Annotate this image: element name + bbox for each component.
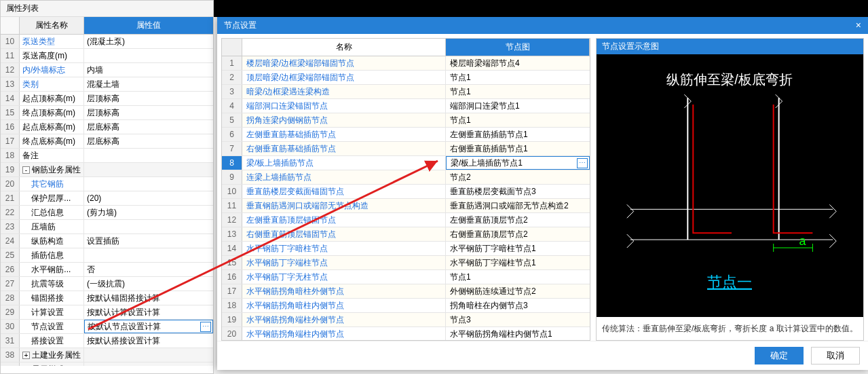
property-row[interactable]: 15终点顶标高(m)层顶标高 (1, 106, 213, 120)
node-row[interactable]: 8梁/板上墙插筋节点梁/板上墙插筋节点1⋯ (222, 156, 590, 170)
property-value[interactable] (84, 49, 213, 62)
node-map[interactable]: 外侧钢筋连续通过节点2 (446, 284, 590, 298)
property-value[interactable] (84, 220, 213, 233)
property-row[interactable]: 23 压墙筋 (1, 220, 213, 234)
node-grid[interactable]: 名称 节点图 1楼层暗梁/边框梁端部锚固节点楼层暗梁端部节点42顶层暗梁/边框梁… (221, 38, 590, 341)
property-value[interactable]: 层底标高 (84, 120, 213, 134)
property-value[interactable]: 内墙 (84, 63, 213, 77)
property-value[interactable]: 设置插筋 (84, 234, 213, 248)
property-row[interactable]: 14起点顶标高(m)层顶标高 (1, 92, 213, 106)
node-map[interactable]: 垂直筋遇洞口或端部无节点构造2 (446, 199, 590, 212)
node-map[interactable]: 节点3 (446, 313, 590, 326)
node-map[interactable]: 左侧垂直筋插筋节点1 (446, 128, 590, 141)
property-row[interactable]: 39+显示样式 (1, 362, 213, 366)
property-row[interactable]: 30 节点设置按默认节点设置计算⋯ (1, 320, 213, 334)
property-row[interactable]: 18备注 (1, 149, 213, 163)
node-row[interactable]: 9连梁上墙插筋节点节点2 (222, 170, 590, 185)
property-row[interactable]: 25 插筋信息 (1, 248, 213, 263)
node-row[interactable]: 14水平钢筋丁字暗柱节点水平钢筋丁字暗柱节点1 (222, 242, 590, 256)
node-row[interactable]: 16水平钢筋丁字无柱节点节点1 (222, 270, 590, 284)
property-row[interactable]: 11泵送高度(m) (1, 49, 213, 63)
node-row[interactable]: 4端部洞口连梁锚固节点端部洞口连梁节点1 (222, 99, 590, 113)
property-value[interactable] (84, 163, 213, 176)
node-row[interactable]: 18水平钢筋拐角暗柱内侧节点拐角暗柱在内侧节点3 (222, 299, 590, 313)
property-value[interactable]: (剪力墙) (84, 206, 213, 219)
property-row[interactable]: 20 其它钢筋 (1, 177, 213, 191)
property-value[interactable]: (20) (84, 191, 213, 205)
node-map[interactable]: 节点1 (446, 113, 590, 127)
node-map[interactable]: 右侧垂直筋插筋节点1 (446, 142, 590, 155)
property-value[interactable] (84, 248, 213, 262)
node-map[interactable]: 节点1 (446, 71, 590, 84)
property-row[interactable]: 12内/外墙标志内墙 (1, 63, 213, 77)
node-map[interactable]: 节点1 (446, 85, 590, 98)
cad-background (214, 0, 868, 17)
node-map[interactable]: 拐角暗柱在内侧节点3 (446, 299, 590, 312)
node-map[interactable]: 左侧垂直筋顶层节点2 (446, 213, 590, 227)
node-row[interactable]: 11垂直钢筋遇洞口或端部无节点构造垂直筋遇洞口或端部无节点构造2 (222, 199, 590, 213)
property-row[interactable]: 38+土建业务属性 (1, 348, 213, 362)
property-value[interactable]: 层顶标高 (84, 106, 213, 119)
node-preview: 节点设置示意图 纵筋伸至梁/板底弯折 (596, 38, 864, 341)
property-value[interactable]: (混凝土泵) (84, 35, 213, 48)
cancel-button[interactable]: 取消 (811, 347, 860, 364)
node-map[interactable]: 端部洞口连梁节点1 (446, 99, 590, 113)
property-row[interactable]: 27 抗震等级(一级抗震) (1, 277, 213, 291)
node-map[interactable]: 梁/板上墙插筋节点1⋯ (446, 156, 590, 170)
property-row[interactable]: 28 锚固搭接按默认锚固搭接计算 (1, 291, 213, 305)
node-map[interactable]: 右侧垂直筋顶层节点2 (446, 227, 590, 241)
property-row[interactable]: 19-钢筋业务属性 (1, 163, 213, 177)
node-row[interactable]: 13右侧垂直筋顶层锚固节点右侧垂直筋顶层节点2 (222, 227, 590, 242)
property-value[interactable]: (一级抗震) (84, 277, 213, 291)
node-row[interactable]: 6左侧垂直筋基础插筋节点左侧垂直筋插筋节点1 (222, 128, 590, 142)
property-rows[interactable]: 10泵送类型(混凝土泵)11泵送高度(m)12内/外墙标志内墙13类别混凝土墙1… (1, 35, 213, 366)
ellipsis-button[interactable]: ⋯ (577, 158, 588, 168)
node-row[interactable]: 7右侧垂直筋基础插筋节点右侧垂直筋插筋节点1 (222, 142, 590, 156)
property-value[interactable]: 按默认计算设置计算 (84, 305, 213, 319)
ok-button[interactable]: 确定 (755, 347, 804, 364)
property-row[interactable]: 16起点底标高(m)层底标高 (1, 120, 213, 134)
node-map[interactable]: 垂直筋楼层变截面节点3 (446, 185, 590, 198)
property-value[interactable] (84, 177, 213, 191)
node-row[interactable]: 15水平钢筋丁字端柱节点水平钢筋丁字端柱节点1 (222, 256, 590, 270)
node-row[interactable]: 10垂直筋楼层变截面锚固节点垂直筋楼层变截面节点3 (222, 185, 590, 199)
property-row[interactable]: 21 保护层厚...(20) (1, 191, 213, 206)
property-value[interactable]: 按默认搭接设置计算 (84, 334, 213, 348)
node-row[interactable]: 12左侧垂直筋顶层锚固节点左侧垂直筋顶层节点2 (222, 213, 590, 227)
property-value[interactable]: 否 (84, 263, 213, 276)
property-value[interactable]: 按默认锚固搭接计算 (84, 291, 213, 305)
property-row[interactable]: 29 计算设置按默认计算设置计算 (1, 305, 213, 320)
ellipsis-button[interactable]: ⋯ (200, 322, 211, 332)
property-row[interactable]: 22 汇总信息(剪力墙) (1, 206, 213, 220)
node-map[interactable]: 节点1 (446, 270, 590, 284)
node-row[interactable]: 5拐角连梁内侧钢筋节点节点1 (222, 113, 590, 128)
property-value[interactable] (84, 149, 213, 162)
property-row[interactable]: 24 纵筋构造设置插筋 (1, 234, 213, 248)
node-map[interactable]: 楼层暗梁端部节点4 (446, 56, 590, 70)
property-value[interactable]: 层底标高 (84, 134, 213, 148)
close-icon[interactable]: × (856, 20, 861, 31)
dialog-titlebar[interactable]: 节点设置 × (217, 17, 868, 34)
node-map[interactable]: 节点2 (446, 170, 590, 184)
node-map[interactable]: 水平钢筋丁字暗柱节点1 (446, 242, 590, 255)
expander-icon[interactable]: - (22, 166, 30, 174)
node-row[interactable]: 17水平钢筋拐角暗柱外侧节点外侧钢筋连续通过节点2 (222, 284, 590, 299)
property-value[interactable]: 混凝土墙 (84, 77, 213, 91)
node-row[interactable]: 20水平钢筋拐角端柱内侧节点水平钢筋拐角端柱内侧节点1 (222, 327, 590, 341)
property-value[interactable] (84, 348, 213, 362)
node-map[interactable]: 水平钢筋拐角端柱内侧节点1 (446, 327, 590, 341)
property-value[interactable]: 层顶标高 (84, 92, 213, 105)
property-row[interactable]: 26 水平钢筋...否 (1, 263, 213, 277)
node-row[interactable]: 1楼层暗梁/边框梁端部锚固节点楼层暗梁端部节点4 (222, 56, 590, 71)
property-value[interactable] (84, 362, 213, 366)
property-row[interactable]: 13类别混凝土墙 (1, 77, 213, 92)
node-row[interactable]: 19水平钢筋拐角端柱外侧节点节点3 (222, 313, 590, 327)
property-value[interactable]: 按默认节点设置计算⋯ (84, 320, 213, 333)
node-row[interactable]: 3暗梁/边框梁遇连梁构造节点1 (222, 85, 590, 99)
property-row[interactable]: 10泵送类型(混凝土泵) (1, 35, 213, 49)
node-row[interactable]: 2顶层暗梁/边框梁端部锚固节点节点1 (222, 71, 590, 85)
expander-icon[interactable]: + (22, 352, 30, 359)
node-map[interactable]: 水平钢筋丁字端柱节点1 (446, 256, 590, 269)
property-row[interactable]: 17终点底标高(m)层底标高 (1, 134, 213, 149)
property-row[interactable]: 31 搭接设置按默认搭接设置计算 (1, 334, 213, 348)
